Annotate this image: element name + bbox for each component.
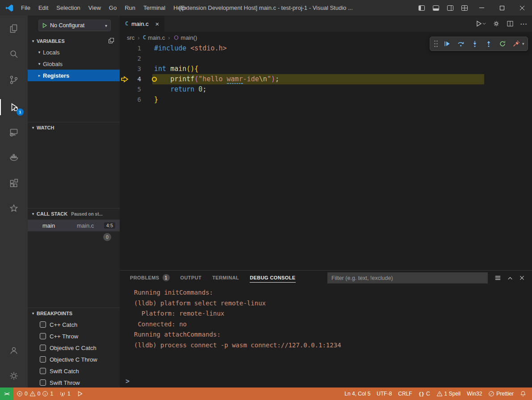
breakpoint-item[interactable]: Objective C Throw [28,354,120,365]
filter-icon[interactable] [494,275,501,281]
variables-section-header[interactable]: ▾ VARIABLES [28,35,120,46]
panel-tab-label: TERMINAL [212,275,239,280]
sidebar-item-favorites[interactable] [0,198,28,219]
inline-breakpoint-icon[interactable] [152,77,157,82]
maximize-panel-icon[interactable] [507,275,513,281]
breadcrumb-item-symbol[interactable]: main() [173,34,197,41]
drag-handle-icon[interactable] [432,40,440,48]
formatter-indicator[interactable]: Prettier [485,391,517,397]
toggle-sidebar-icon[interactable] [415,0,429,16]
breadcrumb-item-file[interactable]: C main.c [143,34,165,41]
breakpoint-item[interactable]: C++ Throw [28,330,120,342]
accounts-button[interactable] [0,340,28,361]
panel-tab-output[interactable]: OUTPUT [176,271,206,285]
continue-button[interactable] [440,38,453,50]
sidebar-item-extensions[interactable] [0,172,28,194]
debug-status-indicator[interactable] [74,388,86,400]
glyph-margin[interactable] [120,95,134,105]
breakpoints-section-header[interactable]: ▾ BREAKPOINTS [28,308,120,319]
breadcrumb-item-src[interactable]: src [127,34,134,41]
glyph-margin[interactable] [120,43,134,54]
breakpoint-item[interactable]: C++ Catch [28,319,120,330]
glyph-margin[interactable] [120,74,134,84]
toggle-panel-icon[interactable] [429,0,443,16]
breakpoint-checkbox[interactable] [40,345,46,351]
close-icon[interactable]: × [155,20,159,28]
run-or-debug-button[interactable] [475,20,486,27]
collapse-all-icon[interactable] [108,38,114,44]
breakpoint-checkbox[interactable] [40,321,46,328]
code-editor[interactable]: 1#include <stdio.h>23int main(){4 printf… [120,43,532,105]
call-stack-section-header[interactable]: ▾ CALL STACK Paused on st... [28,208,120,219]
sidebar-item-remote-explorer[interactable] [0,121,28,143]
console-filter-input[interactable] [327,272,488,283]
menu-run[interactable]: Run [121,0,139,16]
breakpoint-checkbox[interactable] [40,356,46,362]
sidebar-item-run-and-debug[interactable]: 1 [0,96,28,118]
code-line-4[interactable]: 4 printf("hello wamr-ide\n"); [120,74,532,84]
minimize-button[interactable] [472,0,492,16]
glyph-margin[interactable] [120,54,134,64]
close-button[interactable] [512,0,532,16]
menu-view[interactable]: View [84,0,105,16]
split-editor-icon[interactable] [507,20,514,27]
remote-indicator[interactable]: >< [0,388,13,400]
spell-indicator[interactable]: 1 Spell [433,391,464,397]
glyph-margin[interactable] [120,84,134,95]
menu-edit[interactable]: Edit [34,0,52,16]
variables-item-locals[interactable]: ▾Locals [28,46,120,58]
breakpoint-checkbox[interactable] [40,333,46,339]
language-mode[interactable]: {} C [415,391,433,397]
encoding-indicator[interactable]: UTF-8 [373,391,395,397]
code-line-6[interactable]: 6} [120,95,532,105]
ports-indicator[interactable]: 1 [56,388,74,400]
panel-tab-problems[interactable]: PROBLEMS1 [126,271,174,285]
panel-tab-terminal[interactable]: TERMINAL [208,271,243,285]
maximize-button[interactable] [492,0,512,16]
code-line-2[interactable]: 2 [120,54,532,64]
breakpoint-checkbox[interactable] [40,368,46,374]
breakpoint-checkbox[interactable] [40,379,46,386]
notifications-bell[interactable] [517,391,529,397]
breakpoint-item[interactable]: Swift Catch [28,365,120,377]
step-into-button[interactable] [468,38,481,50]
problems-indicator[interactable]: 0 0 1 [13,388,56,400]
breakpoint-item[interactable]: Objective C Catch [28,342,120,354]
tab-main-c[interactable]: C main.c × [120,16,164,32]
variables-item-globals[interactable]: ▾Globals [28,58,120,70]
call-stack-frame[interactable]: main main.c 4:5 [28,220,120,231]
menu-go[interactable]: Go [105,0,121,16]
chevron-down-icon[interactable]: ▾ [522,42,525,46]
panel-tab-bar: PROBLEMS1OUTPUTTERMINALDEBUG CONSOLE [126,271,300,285]
menu-selection[interactable]: Selection [52,0,84,16]
restart-button[interactable] [496,38,509,50]
cursor-position[interactable]: Ln 4, Col 5 [341,391,373,397]
customize-layout-icon[interactable] [457,0,472,16]
menu-file[interactable]: File [17,0,34,16]
platform-indicator[interactable]: Win32 [464,391,485,397]
debug-config-dropdown[interactable]: No Configurat ▾ [38,20,111,31]
debug-toolbar: ▾ [430,37,528,51]
eol-indicator[interactable]: CRLF [395,391,415,397]
more-actions-icon[interactable]: ··· [520,21,528,27]
sidebar-item-explorer[interactable] [0,18,28,39]
variables-item-registers[interactable]: ▸Registers [28,70,120,81]
code-line-5[interactable]: 5 return 0; [120,84,532,95]
watch-section-header[interactable]: ▾ WATCH [28,122,120,133]
code-line-3[interactable]: 3int main(){ [120,64,532,74]
sidebar-item-docker[interactable] [0,146,28,168]
step-out-button[interactable] [482,38,495,50]
settings-button[interactable] [0,365,28,387]
close-panel-icon[interactable] [519,275,525,281]
sidebar-item-search[interactable] [0,43,28,65]
sidebar-item-source-control[interactable] [0,69,28,91]
panel-tab-debug-console[interactable]: DEBUG CONSOLE [246,271,299,285]
breakpoint-item[interactable]: Swift Throw [28,377,120,388]
glyph-margin[interactable] [120,64,134,74]
disconnect-button[interactable] [510,38,523,50]
menu-terminal[interactable]: Terminal [139,0,169,16]
step-over-button[interactable] [454,38,467,50]
settings-gear-icon[interactable] [493,20,500,27]
console-input-prompt[interactable]: > [126,377,130,385]
toggle-secondary-sidebar-icon[interactable] [443,0,457,16]
